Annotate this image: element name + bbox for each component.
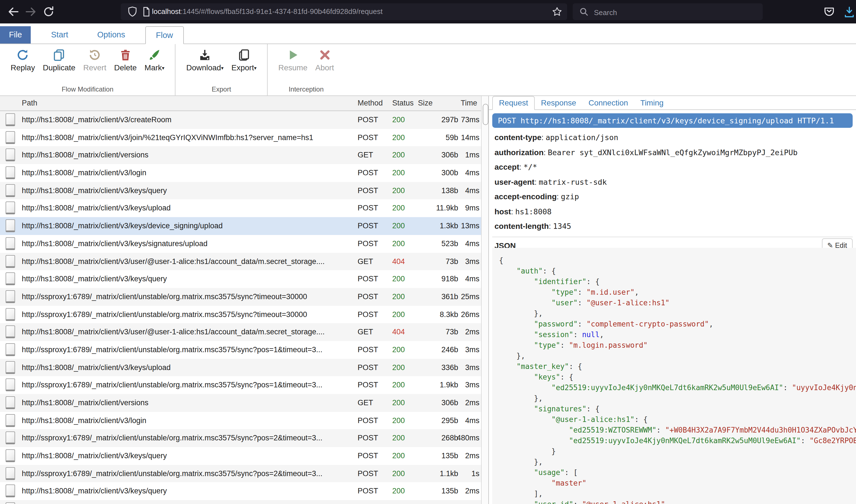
browser-search-input[interactable] [593,3,757,21]
flow-row[interactable]: http://hs1:8008/_matrix/client/v3/loginP… [0,412,481,429]
flow-method: POST [358,182,378,200]
toolbar-button-label: Abort [315,63,334,72]
flow-status: 200 [392,341,405,359]
flow-row[interactable]: http://hs1:8008/_matrix/client/v3/keys/u… [0,200,481,217]
mark-button[interactable]: Mark▾ [140,46,168,73]
flow-row-selected[interactable]: http://hs1:8008/_matrix/client/v3/keys/d… [0,217,481,235]
resume-button[interactable]: Resume [274,46,311,73]
toolbar-button-label: Replay [11,63,35,72]
shield-icon[interactable] [126,5,139,20]
flow-row[interactable]: http://hs1:8008/_matrix/client/v3/join/%… [0,129,481,146]
flow-time: 25ms [447,288,479,306]
flow-path: http://ssproxy1:6789/_matrix/client/unst… [22,430,355,447]
flow-row[interactable]: http://hs1:8008/_matrix/client/versionsG… [0,394,481,412]
flow-method: GET [358,323,373,341]
reload-icon[interactable] [42,5,55,18]
flow-row[interactable]: http://hs1:8008/_matrix/client/versionsG… [0,146,481,164]
header-line[interactable]: accept: */* [495,162,853,172]
flow-row[interactable]: http://ssproxy1:6789/_matrix/client/unst… [0,376,481,394]
flow-time: 1s [447,465,479,483]
flow-row[interactable]: http://ssproxy1:6789/_matrix/client/unst… [0,341,481,359]
menu-bar: FileStartOptionsFlow [0,23,856,44]
json-line: "signatures": { [499,403,856,414]
delete-button[interactable]: Delete [110,46,140,73]
flow-path: http://hs1:8008/_matrix/client/v3/keys/u… [22,200,355,217]
column-header-path[interactable]: Path [22,96,37,110]
revert-button[interactable]: Revert [79,46,110,73]
flow-time: 2ms [447,323,479,341]
detail-tab-connection[interactable]: Connection [582,96,634,109]
menu-tab-file[interactable]: File [0,26,31,43]
flow-path: http://hs1:8008/_matrix/client/v3/keys/s… [22,235,355,253]
flow-row[interactable]: http://hs1:8008/_matrix/client/v3/keys/q… [0,182,481,200]
download-button[interactable]: Download▾ [183,46,228,73]
flow-row[interactable]: http://ssproxy1:6789/_matrix/client/unst… [0,430,481,447]
downloads-icon[interactable] [843,5,856,21]
flow-method: POST [358,483,378,500]
header-line[interactable]: host: hs1:8008 [495,207,853,216]
request-line: POST http://hs1:8008/_matrix/client/v3/k… [492,113,853,128]
flow-row[interactable]: http://hs1:8008/_matrix/client/v3/user/@… [0,253,481,270]
scrollbar-thumb[interactable] [483,104,489,125]
header-line[interactable]: content-length: 1345 [495,221,853,231]
back-icon[interactable] [7,5,20,18]
flow-row-partial[interactable] [0,500,481,504]
flow-list-scrollbar[interactable] [481,96,489,504]
menu-tab-flow[interactable]: Flow [145,26,184,44]
header-line[interactable]: accept-encoding: gzip [495,192,853,201]
caret-down-icon: ▾ [221,65,223,71]
detail-tab-request[interactable]: Request [492,96,535,110]
pocket-icon[interactable] [822,5,836,21]
browser-toolbar: localhost:1445/#/flows/fba5f13d-91e1-437… [0,0,856,24]
browser-search-bar[interactable] [573,3,763,20]
flow-method: POST [358,288,378,306]
column-header-time[interactable]: Time [447,96,477,110]
header-line[interactable]: authorization: Bearer syt_dXNlci0xLWFsaW… [495,148,853,157]
header-value: gzip [561,192,579,201]
flow-list: PathMethodStatusSizeTime http://hs1:8008… [0,96,481,504]
column-header-size[interactable]: Size [418,96,433,110]
header-value: application/json [546,133,618,142]
json-line: "@user-1-alice:hs1": { [499,414,856,425]
flow-row[interactable]: http://hs1:8008/_matrix/client/v3/keys/u… [0,359,481,376]
replay-button[interactable]: Replay [7,46,39,73]
detail-tab-timing[interactable]: Timing [634,96,670,109]
header-name: accept [495,162,519,172]
flow-row[interactable]: http://ssproxy1:6789/_matrix/client/unst… [0,465,481,483]
flow-row[interactable]: http://hs1:8008/_matrix/client/v3/keys/s… [0,235,481,253]
bookmark-star-icon[interactable] [551,6,563,20]
header-line[interactable]: user-agent: matrix-rust-sdk [495,177,853,186]
column-header-method[interactable]: Method [358,96,383,110]
flow-path: http://ssproxy1:6789/_matrix/client/unst… [22,465,355,483]
header-separator: : [511,208,515,216]
flow-row[interactable]: http://hs1:8008/_matrix/client/v3/keys/q… [0,270,481,288]
flow-type-icon [5,343,15,356]
header-line[interactable]: content-type: application/json [495,133,853,142]
menu-tab-options[interactable]: Options [88,26,134,43]
flow-type-icon [5,326,15,339]
flow-row[interactable]: http://hs1:8008/_matrix/client/v3/keys/q… [0,483,481,500]
header-separator: : [519,163,524,172]
json-line: "ed25519:WZTOSREWWM": "+W0B4H3X2a7A9F7Ym… [499,425,856,435]
flow-row[interactable]: http://ssproxy1:6789/_matrix/client/unst… [0,288,481,306]
url-bar[interactable]: localhost:1445/#/flows/fba5f13d-91e1-437… [121,3,567,20]
url-text: localhost:1445/#/flows/fba5f13d-91e1-437… [152,3,382,20]
column-header-status[interactable]: Status [392,96,414,110]
duplicate-button[interactable]: Duplicate [39,46,79,73]
flow-type-icon [5,149,15,162]
flow-row[interactable]: http://hs1:8008/_matrix/client/v3/keys/q… [0,447,481,465]
forward-icon[interactable] [24,5,37,18]
flow-row[interactable]: http://hs1:8008/_matrix/client/v3/loginP… [0,164,481,182]
export-button[interactable]: Export▾ [227,46,260,73]
flow-row[interactable]: http://hs1:8008/_matrix/client/v3/user/@… [0,323,481,341]
header-name: accept-encoding [495,192,557,201]
json-line: "password": "complement-crypto-password"… [499,319,856,329]
flow-method: GET [358,253,373,270]
page-icon[interactable] [140,5,153,20]
detail-tab-response[interactable]: Response [535,96,582,109]
mark-icon [148,48,161,62]
menu-tab-start[interactable]: Start [42,26,77,43]
flow-row[interactable]: http://ssproxy1:6789/_matrix/client/unst… [0,306,481,323]
flow-row[interactable]: http://hs1:8008/_matrix/client/v3/create… [0,111,481,129]
abort-button[interactable]: Abort [311,46,338,73]
